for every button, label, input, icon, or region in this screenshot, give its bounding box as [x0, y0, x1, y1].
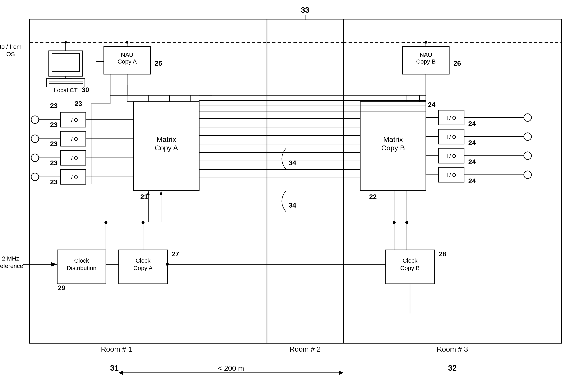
matrix-a-label2: Copy A — [155, 144, 178, 152]
nau-a-label1: NAU — [121, 51, 133, 58]
clock-dist-number: 29 — [58, 284, 65, 292]
room3-label: Room # 3 — [437, 345, 468, 353]
ref-34-2: 34 — [289, 202, 296, 209]
svg-point-91 — [425, 41, 427, 44]
svg-point-99 — [105, 221, 107, 224]
ref-34-1: 34 — [289, 159, 296, 167]
nau-b-label2: Copy B — [416, 58, 436, 65]
io-23-3-num: 23 — [50, 159, 58, 167]
svg-point-96 — [166, 263, 169, 266]
mhz-label1: 2 MHz — [2, 255, 19, 262]
io-23-4-label: I / O — [68, 174, 78, 180]
io-24-4-num: 24 — [468, 177, 476, 185]
to-from-os-label2: OS — [6, 51, 15, 57]
distance-label: < 200 m — [218, 364, 244, 372]
io-24-4-label: I / O — [446, 172, 456, 178]
io-23-1-label: I / O — [68, 117, 78, 123]
clock-dist-label1: Clock — [74, 257, 89, 264]
io-col-label: 23 — [75, 100, 82, 107]
ref-33: 33 — [301, 6, 309, 14]
io-24-2-num: 24 — [468, 139, 476, 147]
svg-rect-0 — [0, 0, 588, 384]
clock-b-label1: Clock — [403, 257, 418, 264]
matrix-b-number: 22 — [369, 193, 377, 201]
matrix-b-label1: Matrix — [383, 135, 403, 143]
svg-point-101 — [142, 221, 145, 224]
to-from-os-label: to / from — [0, 43, 21, 50]
io-24-top-label: 24 — [428, 101, 435, 108]
io-23-1-num: 23 — [50, 121, 58, 129]
io-24-3-label: I / O — [446, 153, 456, 159]
svg-point-53 — [126, 41, 128, 44]
local-ct-label: Local CT — [54, 87, 78, 93]
io-24-1-num: 24 — [468, 120, 476, 127]
ref-32: 32 — [448, 364, 457, 372]
io-23-3-label: I / O — [68, 155, 78, 161]
matrix-a-number: 21 — [140, 193, 148, 201]
room1-label: Room # 1 — [101, 345, 132, 353]
local-ct-number: 30 — [82, 86, 89, 94]
nau-b-number: 26 — [453, 60, 461, 67]
nau-b-label1: NAU — [420, 51, 432, 58]
io-24-3-num: 24 — [468, 158, 476, 166]
diagram-container: 33 Local CT 30 to / from OS NAU Copy A 2… — [0, 0, 588, 384]
clock-a-number: 27 — [172, 250, 179, 258]
matrix-b-label2: Copy B — [381, 144, 405, 152]
nau-a-label2: Copy A — [118, 58, 137, 65]
room2-label: Room # 2 — [290, 345, 321, 353]
nau-a-number: 25 — [155, 60, 162, 67]
clock-b-number: 28 — [439, 250, 446, 258]
io-23-2-num: 23 — [50, 140, 58, 148]
mhz-label2: reference — [0, 263, 23, 269]
io-24-2-label: I / O — [446, 134, 456, 140]
io-24-1-label: I / O — [446, 115, 456, 121]
clock-a-label2: Copy A — [133, 265, 153, 271]
clock-a-label1: Clock — [136, 257, 151, 264]
clock-b-label2: Copy B — [400, 265, 420, 271]
io-23-4-num: 23 — [50, 178, 58, 186]
clock-dist-label2: Distribution — [67, 265, 96, 271]
ref-31: 31 — [110, 364, 119, 372]
io-23-top-label: 23 — [50, 102, 58, 109]
matrix-a-label1: Matrix — [157, 135, 176, 143]
svg-point-51 — [64, 41, 67, 44]
io-23-2-label: I / O — [68, 136, 78, 142]
